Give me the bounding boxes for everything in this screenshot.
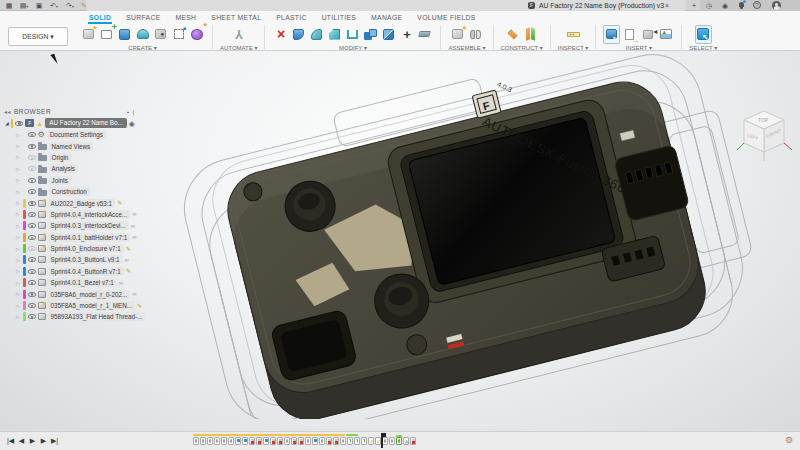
view-cube[interactable]: TOP LEFT FRONT [736, 105, 796, 165]
group-dropdown-label[interactable]: CONSTRUCT ▾ [501, 44, 543, 51]
timeline-feature-red-icon[interactable] [291, 437, 297, 445]
browser-item[interactable]: ▷Sprint4.0.1_Bezel v7:1∞ [4, 277, 136, 288]
notifications-bell-icon[interactable] [739, 2, 744, 7]
tab-mesh[interactable]: MESH [174, 11, 197, 24]
browser-item[interactable]: ▷⚙Document Settings [4, 129, 136, 140]
file-menu-icon[interactable]: ▤▾ [17, 0, 31, 11]
design-workspace-button[interactable]: DESIGN ▾ [8, 27, 68, 46]
step-back-button[interactable]: ◀ [17, 435, 26, 447]
expand-caret[interactable]: ▷ [16, 132, 21, 138]
timeline-feature-red-icon[interactable] [277, 437, 283, 445]
timeline-feature-arc-icon[interactable] [361, 437, 367, 445]
split-body-icon[interactable] [380, 25, 397, 44]
timeline-feature-roll-icon[interactable] [200, 437, 206, 445]
new-tab-icon[interactable]: + [688, 0, 700, 11]
dock-icon[interactable]: ◂◂ [4, 108, 11, 115]
chamfer-icon[interactable] [326, 25, 343, 44]
timeline-feature-red-icon[interactable] [256, 437, 262, 445]
press-pull-icon[interactable] [290, 25, 307, 44]
joint-icon[interactable] [467, 25, 484, 44]
expand-caret[interactable]: ▷ [16, 280, 21, 286]
visibility-eye-icon[interactable] [28, 212, 36, 217]
group-dropdown-label[interactable]: ASSEMBLE ▾ [448, 44, 485, 51]
visibility-eye-icon[interactable] [28, 132, 36, 137]
tab-solid[interactable]: SOLID [88, 11, 112, 24]
expand-caret[interactable]: ▷ [16, 257, 21, 263]
timeline-feature-red-icon[interactable] [326, 437, 332, 445]
canvas-icon[interactable]: ▲ [657, 25, 674, 44]
timeline-feature-flag-icon[interactable] [312, 437, 318, 445]
expand-caret[interactable]: ▷ [16, 177, 21, 183]
group-dropdown-label[interactable]: MODIFY ▾ [339, 44, 367, 51]
timeline-feature-roll-icon[interactable] [228, 437, 234, 445]
timeline-feature-fa-icon[interactable] [403, 437, 409, 445]
group-dropdown-label[interactable]: SELECT ▾ [689, 44, 717, 51]
combine-icon[interactable] [362, 25, 379, 44]
browser-item[interactable]: ▷035F8A6_model_r_0-202...∞ [4, 288, 136, 299]
revolve-icon[interactable] [134, 25, 151, 44]
visibility-eye-icon[interactable] [28, 314, 36, 319]
visibility-eye-icon[interactable] [28, 257, 36, 262]
timeline-feature-roll-icon[interactable] [221, 437, 227, 445]
panel-options-icon[interactable]: ▪ ❘ [127, 109, 136, 115]
insert-design-icon[interactable]: ↖ [603, 25, 620, 44]
visibility-eye-icon[interactable] [28, 144, 36, 149]
insert-file-icon[interactable]: → [621, 25, 638, 44]
visibility-eye-icon[interactable] [28, 223, 36, 228]
expand-caret[interactable]: ▷ [16, 246, 21, 252]
extensions-clock-icon[interactable]: ◷ [704, 0, 714, 11]
group-dropdown-label[interactable]: INSERT ▾ [626, 44, 652, 51]
expand-caret[interactable]: ▷ [16, 234, 21, 240]
timeline-feature-roll-icon[interactable] [305, 437, 311, 445]
construct-axis-icon[interactable] [522, 25, 539, 44]
timeline-feature-red-icon[interactable] [333, 437, 339, 445]
tab-utilities[interactable]: UTILITIES [321, 11, 357, 24]
create-form-icon[interactable]: ■ [170, 25, 187, 44]
play-button[interactable]: ▶ [28, 435, 37, 447]
expand-caret[interactable]: ▷ [16, 189, 21, 195]
expand-caret[interactable]: ▷ [16, 211, 21, 217]
visibility-eye-icon[interactable] [28, 189, 36, 194]
timeline-feature-red-icon[interactable] [410, 437, 416, 445]
timeline-feature-red-icon[interactable] [298, 437, 304, 445]
browser-item[interactable]: ▷Joints [4, 175, 136, 186]
browser-item[interactable]: ▷Analysis [4, 163, 136, 174]
group-dropdown-label[interactable]: CREATE ▾ [128, 44, 157, 51]
timeline-feature-roll-icon[interactable] [207, 437, 213, 445]
select-tool-icon[interactable]: ↖ [695, 25, 712, 44]
visibility-eye-icon[interactable] [28, 280, 36, 285]
timeline-feature-red-icon[interactable] [249, 437, 255, 445]
measure-icon[interactable]: ↔ [565, 25, 582, 44]
insert-mesh-icon[interactable]: ◂ [639, 25, 656, 44]
go-to-end-button[interactable]: ▶| [50, 435, 59, 447]
timeline-feature-roll-icon[interactable] [193, 437, 199, 445]
step-forward-button[interactable]: ▶ [39, 435, 48, 447]
create-sketch-icon[interactable]: + [98, 25, 115, 44]
fillet-icon[interactable] [308, 25, 325, 44]
browser-item[interactable]: ▷Sprint4.0.4_interlockAcce...∞ [4, 209, 136, 220]
browser-item[interactable]: ▷Sprint4.0.4_ButtonR v7:1✎ [4, 266, 136, 277]
expand-caret[interactable]: ▷ [16, 143, 21, 149]
hole-icon[interactable]: ● [152, 25, 169, 44]
expand-caret[interactable]: ▷ [16, 291, 21, 297]
group-dropdown-label[interactable]: INSPECT ▾ [558, 44, 589, 51]
visibility-eye-icon[interactable] [28, 155, 36, 160]
visibility-eye-icon[interactable] [15, 121, 23, 126]
group-dropdown-label[interactable]: AUTOMATE ▾ [220, 44, 257, 51]
visibility-eye-icon[interactable] [28, 178, 36, 183]
timeline-feature-flag-icon[interactable] [242, 437, 248, 445]
name-boy-model[interactable]: F AUTODESK Fusion 360 4.0.3 [170, 47, 770, 419]
timeline-feature-green-icon[interactable] [396, 437, 402, 445]
timeline-feature-flag-icon[interactable] [263, 437, 269, 445]
job-status-icon[interactable]: ◉ [720, 0, 730, 11]
extrude-icon[interactable] [116, 25, 133, 44]
browser-item[interactable]: ▷Named Views [4, 140, 136, 151]
expand-caret[interactable]: ▷ [16, 268, 21, 274]
close-tab-icon[interactable]: × [662, 0, 672, 11]
active-component-radio[interactable]: ◉ [129, 120, 135, 127]
timeline-feature-roll-icon[interactable] [284, 437, 290, 445]
app-grid-icon[interactable]: ▦ [4, 0, 14, 11]
save-icon[interactable]: ▣ [34, 0, 44, 11]
visibility-eye-icon[interactable] [28, 292, 36, 297]
expand-caret[interactable]: ▷ [16, 166, 21, 172]
